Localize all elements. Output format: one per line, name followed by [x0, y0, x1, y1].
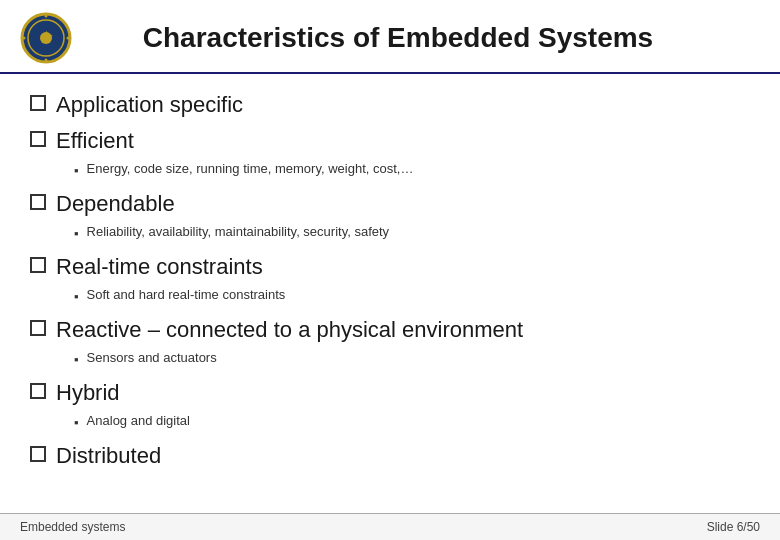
- sub-bullet-2: ▪Reliability, availability, maintainabil…: [74, 224, 750, 241]
- sub-bullet-text-4: Sensors and actuators: [87, 350, 217, 365]
- sub-bullet-5: ▪Analog and digital: [74, 413, 750, 430]
- slide-header: ★ Characteristics of Embedded Systems: [0, 0, 780, 74]
- bullet-text-4: Reactive – connected to a physical envir…: [56, 317, 523, 343]
- logo-icon: ★: [20, 12, 72, 64]
- bullet-item-0: Application specific: [30, 92, 750, 118]
- checkbox-icon-1: [30, 131, 46, 147]
- sub-bullet-marker-4: ▪: [74, 352, 79, 367]
- footer-left-text: Embedded systems: [20, 520, 125, 534]
- footer-right-text: Slide 6/50: [707, 520, 760, 534]
- sub-bullet-marker-5: ▪: [74, 415, 79, 430]
- svg-point-4: [45, 15, 48, 18]
- svg-point-5: [45, 59, 48, 62]
- sub-bullet-4: ▪Sensors and actuators: [74, 350, 750, 367]
- bullet-text-1: Efficient: [56, 128, 134, 154]
- slide-content: Application specificEfficient▪Energy, co…: [0, 74, 780, 513]
- slide: ★ Characteristics of Embedded Systems Ap…: [0, 0, 780, 540]
- svg-text:★: ★: [40, 29, 53, 45]
- bullet-item-2: Dependable: [30, 191, 750, 217]
- svg-point-7: [67, 37, 70, 40]
- bullet-text-5: Hybrid: [56, 380, 120, 406]
- bullet-text-6: Distributed: [56, 443, 161, 469]
- sub-bullet-3: ▪Soft and hard real-time constraints: [74, 287, 750, 304]
- checkbox-icon-3: [30, 257, 46, 273]
- checkbox-icon-5: [30, 383, 46, 399]
- sub-bullet-marker-3: ▪: [74, 289, 79, 304]
- bullet-text-0: Application specific: [56, 92, 243, 118]
- sub-bullet-text-3: Soft and hard real-time constraints: [87, 287, 286, 302]
- checkbox-icon-0: [30, 95, 46, 111]
- bullet-item-6: Distributed: [30, 443, 750, 469]
- sub-bullet-1: ▪Energy, code size, running time, memory…: [74, 161, 750, 178]
- bullet-item-4: Reactive – connected to a physical envir…: [30, 317, 750, 343]
- svg-point-6: [23, 37, 26, 40]
- slide-footer: Embedded systems Slide 6/50: [0, 513, 780, 540]
- sub-bullet-text-1: Energy, code size, running time, memory,…: [87, 161, 414, 176]
- sub-bullet-marker-2: ▪: [74, 226, 79, 241]
- sub-bullet-text-2: Reliability, availability, maintainabili…: [87, 224, 390, 239]
- sub-bullet-marker-1: ▪: [74, 163, 79, 178]
- bullet-text-2: Dependable: [56, 191, 175, 217]
- bullet-item-5: Hybrid: [30, 380, 750, 406]
- checkbox-icon-4: [30, 320, 46, 336]
- slide-title: Characteristics of Embedded Systems: [88, 22, 760, 54]
- bullet-item-3: Real-time constraints: [30, 254, 750, 280]
- checkbox-icon-6: [30, 446, 46, 462]
- sub-bullet-text-5: Analog and digital: [87, 413, 190, 428]
- bullet-text-3: Real-time constraints: [56, 254, 263, 280]
- bullet-item-1: Efficient: [30, 128, 750, 154]
- checkbox-icon-2: [30, 194, 46, 210]
